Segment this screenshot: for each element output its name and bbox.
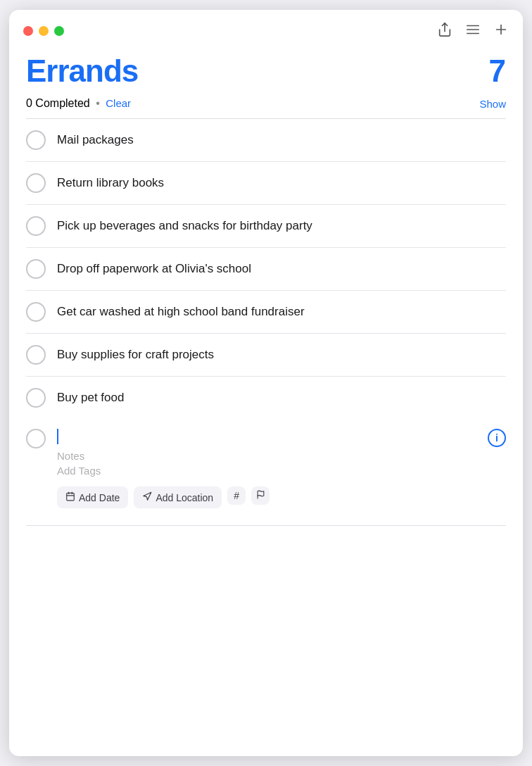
header-row: Errands 7 [26, 46, 506, 93]
task-checkbox[interactable] [26, 388, 46, 408]
text-cursor [57, 429, 58, 447]
task-checkbox[interactable] [26, 345, 46, 365]
maximize-button[interactable] [54, 26, 64, 36]
location-icon [142, 491, 152, 503]
new-task-input-row: i [57, 429, 506, 447]
svg-rect-6 [67, 493, 75, 501]
notes-placeholder: Notes [57, 450, 506, 462]
minimize-button[interactable] [39, 26, 49, 36]
task-item: Buy pet food [26, 377, 506, 419]
task-text: Pick up beverages and snacks for birthda… [57, 218, 312, 234]
task-checkbox[interactable] [26, 259, 46, 279]
list-title: Errands [26, 54, 138, 89]
task-item: Drop off paperwork at Olivia's school [26, 248, 506, 291]
add-icon[interactable] [493, 22, 509, 41]
task-list: Mail packages Return library books Pick … [26, 119, 506, 419]
calendar-icon [65, 491, 75, 503]
content-area: Errands 7 0 Completed • Clear Show Mail … [9, 46, 523, 756]
list-icon[interactable] [465, 22, 481, 41]
task-text: Get car washed at high school band fundr… [57, 304, 305, 320]
add-location-button[interactable]: Add Location [134, 486, 222, 508]
completed-text: 0 Completed • Clear [26, 97, 131, 110]
task-text: Mail packages [57, 132, 134, 148]
clear-button[interactable]: Clear [106, 97, 131, 109]
task-text: Buy supplies for craft projects [57, 347, 214, 363]
task-item: Get car washed at high school band fundr… [26, 291, 506, 334]
task-item: Buy supplies for craft projects [26, 334, 506, 377]
completed-label: 0 Completed [26, 97, 90, 109]
app-window: Errands 7 0 Completed • Clear Show Mail … [9, 10, 523, 756]
flag-icon [256, 490, 265, 501]
task-checkbox[interactable] [26, 173, 46, 193]
hashtag-icon: # [234, 490, 239, 501]
new-task-item: i Notes Add Tags Ad [26, 419, 506, 525]
close-button[interactable] [23, 26, 33, 36]
task-item: Return library books [26, 162, 506, 205]
svg-marker-10 [144, 492, 151, 500]
task-checkbox[interactable] [26, 216, 46, 236]
traffic-lights [23, 26, 64, 36]
action-buttons-row: Add Date Add Location # [57, 479, 506, 518]
task-text: Buy pet food [57, 390, 124, 406]
titlebar [9, 10, 523, 46]
completed-row: 0 Completed • Clear Show [26, 93, 506, 118]
task-text: Return library books [57, 175, 164, 191]
bottom-divider [26, 525, 506, 526]
show-button[interactable]: Show [479, 98, 506, 110]
task-checkbox[interactable] [26, 130, 46, 150]
task-item: Pick up beverages and snacks for birthda… [26, 205, 506, 248]
flag-button[interactable] [251, 486, 270, 505]
hashtag-button[interactable]: # [227, 486, 246, 505]
new-task-checkbox[interactable] [26, 429, 46, 448]
add-date-button[interactable]: Add Date [57, 486, 128, 508]
task-text: Drop off paperwork at Olivia's school [57, 261, 251, 277]
titlebar-actions [437, 22, 509, 41]
tags-placeholder: Add Tags [57, 465, 506, 477]
separator: • [93, 97, 103, 109]
new-task-right: i Notes Add Tags Ad [57, 429, 506, 518]
task-item: Mail packages [26, 119, 506, 162]
add-location-label: Add Location [156, 492, 213, 503]
task-checkbox[interactable] [26, 302, 46, 322]
list-count: 7 [489, 54, 506, 89]
info-icon[interactable]: i [488, 429, 506, 447]
add-date-label: Add Date [79, 492, 120, 503]
share-icon[interactable] [437, 22, 452, 41]
